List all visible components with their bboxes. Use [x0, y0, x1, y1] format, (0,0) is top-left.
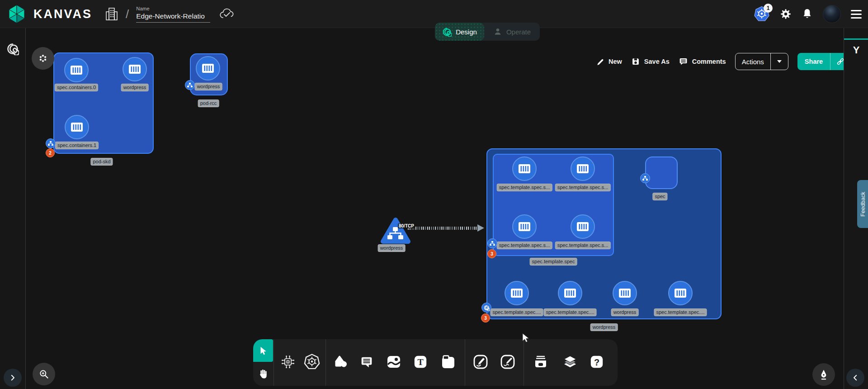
node-container[interactable] [613, 281, 637, 305]
node-container[interactable] [196, 56, 220, 81]
group-label: wordpress [590, 323, 618, 331]
actions-label[interactable]: Actions [736, 53, 770, 70]
svg-text:T: T [417, 357, 423, 367]
node-label: wordpress [121, 84, 149, 91]
node-label: wordpress [378, 244, 406, 252]
zoom-button[interactable] [33, 363, 55, 385]
edge-port-label: 80/TCP [398, 223, 415, 228]
node-label: wordpress [611, 308, 639, 316]
mouse-cursor [521, 332, 531, 345]
note-icon [440, 355, 456, 369]
expand-left-panel-button[interactable] [4, 369, 22, 387]
collapse-right-panel-button[interactable] [846, 369, 864, 387]
sync-spiral-icon[interactable] [6, 43, 19, 55]
node-label: spec.containers.0 [55, 84, 98, 91]
tool-pencil[interactable] [499, 353, 516, 370]
container-icon [674, 288, 687, 299]
save-as-button[interactable]: Save As [631, 57, 670, 66]
container-icon [518, 221, 531, 232]
spiral-badge[interactable] [481, 303, 491, 313]
node-label: spec.template.spec.... [491, 308, 543, 316]
snowflake-icon [38, 54, 47, 63]
edge-service-to-deployment[interactable] [408, 227, 479, 230]
count-badge[interactable]: 2 [46, 148, 55, 157]
node-spec[interactable] [645, 157, 678, 189]
tool-kubernetes[interactable] [303, 353, 321, 370]
kubernetes-context-button[interactable]: 1 [754, 6, 770, 22]
comments-button[interactable]: Comments [679, 57, 726, 66]
cloud-save-icon [219, 8, 235, 20]
tool-text[interactable]: T [412, 353, 429, 370]
actions-split-button[interactable]: Actions [735, 53, 788, 70]
feedback-tab[interactable]: Feedback [857, 180, 868, 228]
yaml-toggle[interactable]: Y [844, 44, 868, 56]
tool-note[interactable] [439, 353, 457, 370]
notifications-bell-icon[interactable] [802, 8, 813, 20]
save-as-label: Save As [644, 58, 670, 65]
node-container[interactable] [512, 157, 537, 181]
tool-pan[interactable] [255, 364, 272, 384]
tool-pen[interactable] [472, 353, 489, 370]
hierarchy-icon [187, 83, 193, 88]
design-name-field[interactable]: Name Edge-Network-Relatio [136, 6, 210, 23]
tool-shapes[interactable] [332, 353, 349, 370]
tool-layers[interactable] [561, 353, 579, 370]
toolbar-divider [326, 339, 326, 386]
tool-drawer[interactable] [532, 353, 549, 370]
node-container[interactable] [558, 281, 582, 305]
tool-help[interactable]: ? [588, 353, 605, 370]
menu-hamburger-icon[interactable] [851, 10, 862, 19]
hierarchy-icon [48, 141, 53, 146]
group-actions-button[interactable] [32, 47, 54, 70]
group-label: spec.template.spec [530, 258, 577, 266]
node-label: spec.template.spec.... [654, 308, 707, 316]
right-rail-accent [844, 38, 868, 40]
node-container[interactable] [668, 281, 693, 305]
kanvas-logo-icon[interactable] [7, 4, 26, 24]
actions-dropdown-toggle[interactable] [770, 53, 788, 70]
shapes-icon [333, 355, 348, 369]
node-container[interactable] [123, 57, 147, 81]
container-icon [618, 288, 631, 299]
node-label: spec.template.spec.s... [497, 184, 552, 191]
node-container[interactable] [571, 157, 595, 181]
node-label: spec.containers.1 [55, 142, 99, 149]
tab-operate[interactable]: Operate [484, 23, 540, 41]
share-label[interactable]: Share [797, 53, 830, 70]
tool-image[interactable] [385, 353, 402, 370]
service-triangle-icon [380, 216, 411, 245]
edge-arrowhead-icon [477, 224, 484, 232]
node-container[interactable] [512, 214, 537, 239]
node-label: spec.template.spec.... [544, 308, 597, 316]
hierarchy-badge[interactable] [640, 173, 650, 183]
kanvas-app: KANVAS / Name Edge-Network-Relatio [0, 0, 868, 389]
tab-design[interactable]: Design [435, 23, 484, 41]
node-container[interactable] [64, 58, 89, 82]
caret-down-icon [776, 59, 783, 64]
tool-comment[interactable] [358, 353, 375, 370]
group-spec-template-spec[interactable] [493, 154, 614, 256]
share-split-button[interactable]: Share [797, 53, 850, 70]
new-button[interactable]: New [596, 57, 622, 66]
design-name-input[interactable]: Edge-Network-Relatio [136, 12, 210, 23]
ink-pen-button[interactable] [812, 363, 835, 386]
count-badge[interactable]: 3 [481, 313, 490, 323]
node-service-wordpress[interactable] [380, 216, 411, 245]
hierarchy-badge[interactable] [185, 80, 195, 90]
node-container[interactable] [505, 281, 529, 305]
container-icon [71, 122, 83, 133]
node-container[interactable] [571, 214, 595, 239]
container-icon [518, 163, 531, 174]
user-avatar[interactable] [823, 5, 841, 23]
comment-icon [359, 355, 374, 369]
count-badge[interactable]: 3 [487, 249, 496, 258]
chevron-right-icon [9, 374, 17, 382]
tool-component-browser[interactable] [279, 353, 297, 370]
organization-icon[interactable] [105, 6, 118, 22]
node-label: spec.template.spec.s... [555, 242, 611, 249]
node-container[interactable] [65, 115, 89, 139]
tool-select[interactable] [253, 339, 273, 362]
hierarchy-badge[interactable] [46, 138, 56, 148]
settings-gear-icon[interactable] [780, 8, 792, 20]
hierarchy-badge[interactable] [487, 238, 497, 248]
